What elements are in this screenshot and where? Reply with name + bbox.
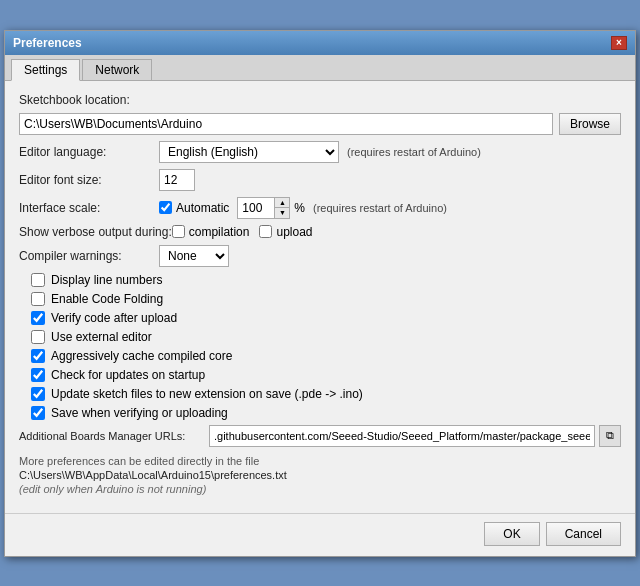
checkbox-0[interactable]: [31, 273, 45, 287]
language-row: Editor language: English (English) (requ…: [19, 141, 621, 163]
language-label: Editor language:: [19, 145, 159, 159]
tab-settings[interactable]: Settings: [11, 59, 80, 81]
checkbox-label-4: Aggressively cache compiled core: [51, 349, 232, 363]
verbose-compilation-wrap: compilation: [172, 225, 250, 239]
checkbox-row-7: Save when verifying or uploading: [19, 406, 621, 420]
scale-label: Interface scale:: [19, 201, 159, 215]
checkbox-row-5: Check for updates on startup: [19, 368, 621, 382]
checkbox-7[interactable]: [31, 406, 45, 420]
verbose-label: Show verbose output during:: [19, 225, 172, 239]
sketchbook-input-row: Browse: [19, 113, 621, 135]
tabs-bar: Settings Network: [5, 55, 635, 81]
checkbox-label-5: Check for updates on startup: [51, 368, 205, 382]
url-browse-button[interactable]: ⧉: [599, 425, 621, 447]
scale-auto-label: Automatic: [176, 201, 229, 215]
checkbox-5[interactable]: [31, 368, 45, 382]
sketchbook-row: Sketchbook location:: [19, 93, 621, 107]
language-select[interactable]: English (English): [159, 141, 339, 163]
url-browse-icon: ⧉: [606, 429, 614, 442]
checkbox-row-4: Aggressively cache compiled core: [19, 349, 621, 363]
verbose-upload-checkbox[interactable]: [259, 225, 272, 238]
cancel-button[interactable]: Cancel: [546, 522, 621, 546]
checkbox-4[interactable]: [31, 349, 45, 363]
checkbox-row-6: Update sketch files to new extension on …: [19, 387, 621, 401]
browse-button[interactable]: Browse: [559, 113, 621, 135]
preferences-window: Preferences × Settings Network Sketchboo…: [4, 30, 636, 557]
window-title: Preferences: [13, 36, 82, 50]
font-size-row: Editor font size:: [19, 169, 621, 191]
verbose-upload-label: upload: [276, 225, 312, 239]
scale-row: Interface scale: Automatic ▲ ▼ % (requir…: [19, 197, 621, 219]
checkbox-row-1: Enable Code Folding: [19, 292, 621, 306]
compiler-select[interactable]: None: [159, 245, 229, 267]
scale-unit: %: [294, 201, 305, 215]
scale-up-button[interactable]: ▲: [275, 198, 289, 208]
checkbox-3[interactable]: [31, 330, 45, 344]
url-input[interactable]: [209, 425, 595, 447]
checkbox-label-2: Verify code after upload: [51, 311, 177, 325]
title-bar: Preferences ×: [5, 31, 635, 55]
checkbox-label-3: Use external editor: [51, 330, 152, 344]
scale-down-button[interactable]: ▼: [275, 208, 289, 218]
checkbox-6[interactable]: [31, 387, 45, 401]
sketchbook-label: Sketchbook location:: [19, 93, 130, 107]
checkbox-row-0: Display line numbers: [19, 273, 621, 287]
checkbox-label-0: Display line numbers: [51, 273, 162, 287]
verbose-row: Show verbose output during: compilation …: [19, 225, 621, 239]
info-edit: (edit only when Arduino is not running): [19, 483, 621, 495]
verbose-upload-wrap: upload: [259, 225, 312, 239]
scale-input[interactable]: [238, 198, 274, 218]
scale-note: (requires restart of Arduino): [313, 202, 447, 214]
language-note: (requires restart of Arduino): [347, 146, 481, 158]
info-note: More preferences can be edited directly …: [19, 455, 621, 467]
checkbox-label-7: Save when verifying or uploading: [51, 406, 228, 420]
ok-button[interactable]: OK: [484, 522, 539, 546]
sketchbook-input[interactable]: [19, 113, 553, 135]
compiler-label: Compiler warnings:: [19, 249, 159, 263]
font-size-input[interactable]: [159, 169, 195, 191]
checkbox-2[interactable]: [31, 311, 45, 325]
close-button[interactable]: ×: [611, 36, 627, 50]
url-row: Additional Boards Manager URLs: ⧉: [19, 425, 621, 447]
scale-auto-checkbox[interactable]: [159, 201, 172, 214]
verbose-compilation-checkbox[interactable]: [172, 225, 185, 238]
font-size-label: Editor font size:: [19, 173, 159, 187]
info-path: C:\Users\WB\AppData\Local\Arduino15\pref…: [19, 469, 621, 481]
button-row: OK Cancel: [5, 513, 635, 556]
tab-network[interactable]: Network: [82, 59, 152, 80]
checkboxes-section: Display line numbers Enable Code Folding…: [19, 273, 621, 420]
checkbox-row-3: Use external editor: [19, 330, 621, 344]
checkbox-label-1: Enable Code Folding: [51, 292, 163, 306]
scale-spinner-buttons: ▲ ▼: [274, 198, 289, 218]
url-label: Additional Boards Manager URLs:: [19, 430, 209, 442]
info-section: More preferences can be edited directly …: [19, 455, 621, 495]
checkbox-row-2: Verify code after upload: [19, 311, 621, 325]
settings-content: Sketchbook location: Browse Editor langu…: [5, 81, 635, 513]
checkbox-label-6: Update sketch files to new extension on …: [51, 387, 363, 401]
scale-spinner: ▲ ▼: [237, 197, 290, 219]
checkbox-1[interactable]: [31, 292, 45, 306]
compiler-row: Compiler warnings: None: [19, 245, 621, 267]
verbose-compilation-label: compilation: [189, 225, 250, 239]
